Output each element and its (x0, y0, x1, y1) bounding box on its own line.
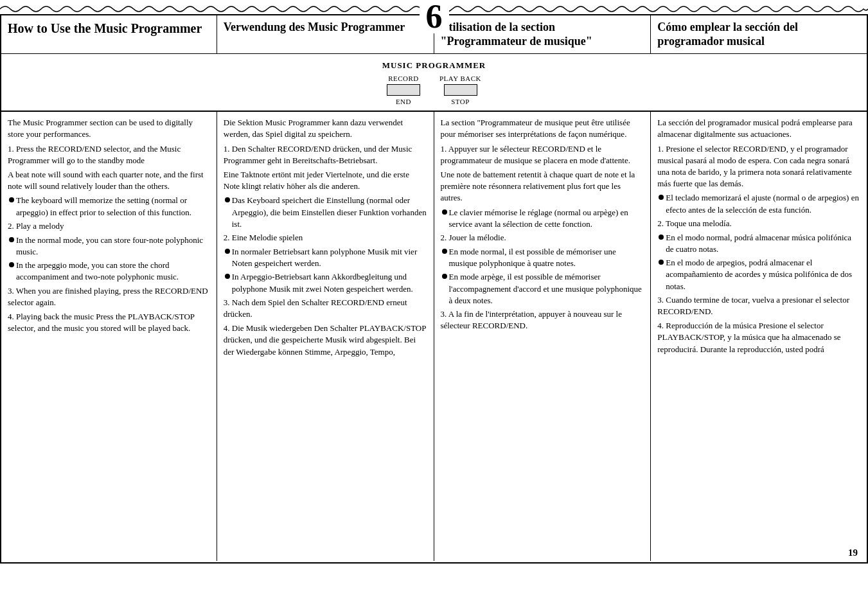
col1-bullet3-text: In the arpeggio mode, you can store the … (16, 260, 210, 283)
diagram-section: MUSIC PROGRAMMER RECORD END PLAY BACK ST… (0, 54, 868, 111)
col2-step2-title: 2. Eine Melodie spielen (224, 232, 427, 244)
col3-bullet1: Le clavier mémorise le réglage (normal o… (441, 207, 644, 230)
page-number: 19 (848, 547, 858, 558)
col4-bullet1-text: El teclado memorizará el ajuste (normal … (666, 192, 860, 215)
col2-bullet2-text: In normaler Betriebsart kann polyphone M… (232, 246, 427, 269)
playback-label-bottom: STOP (451, 98, 470, 105)
col3-bullet3-text: En mode arpège, il est possible de mémor… (449, 271, 644, 306)
col1-intro: The Music Programmer section can be used… (8, 117, 210, 140)
col3-heading: Utilisation de la section "Programmateur… (441, 21, 644, 48)
col1-bullet2: In the normal mode, you can store four-n… (8, 235, 210, 258)
col4-step4-title: 4. Reproducción de la música Presione el… (657, 320, 860, 355)
record-button[interactable] (387, 84, 420, 96)
chapter-number: 6 (420, 0, 449, 33)
diagram-title: MUSIC PROGRAMMER (1, 60, 867, 71)
top-decoration: 6 (0, 0, 868, 14)
col2-bullet3-text: In Arpeggio-Betriebsart kann Akkordbegle… (232, 271, 427, 294)
col3-bullet3: En mode arpège, il est possible de mémor… (441, 271, 644, 306)
col4-step3-title: 3. Cuando termine de tocar, vuelva a pre… (657, 294, 860, 317)
page-container: 6 How to Use the Music Programmer Verwen… (0, 0, 868, 564)
header-col-3: Utilisation de la section "Programmateur… (434, 15, 651, 53)
col1-step1-detail: A beat note will sound with each quarter… (8, 169, 210, 192)
col4-heading: Cómo emplear la sección del programador … (657, 21, 860, 48)
playback-control: PLAY BACK STOP (439, 75, 481, 105)
content-col-4: La sección del programador musical podrá… (651, 112, 868, 561)
col2-bullet1: Das Keyboard speichert die Einstellung (… (224, 195, 427, 230)
col1-step2-title: 2. Play a melody (8, 220, 210, 232)
bullet-icon-3 (9, 262, 14, 267)
col4-step1-title: 1. Presione el selector RECORD/END, y el… (657, 143, 860, 190)
bullet-icon-2 (9, 237, 14, 242)
playback-label-top: PLAY BACK (439, 75, 481, 82)
col1-step4-title: 4. Playing back the music Press the PLAY… (8, 311, 210, 334)
col3-bullet2-text: En mode normal, il est possible de mémor… (449, 246, 644, 269)
header-col-4: Cómo emplear la sección del programador … (651, 15, 868, 53)
col1-bullet1: The keyboard will memorize the setting (… (8, 195, 210, 218)
bullet-icon-6 (225, 274, 230, 279)
bullet-icon-7 (442, 209, 447, 215)
col2-step3-title: 3. Nach dem Spiel den Schalter RECORD/EN… (224, 297, 427, 320)
col4-intro: La sección del programador musical podrá… (657, 117, 860, 140)
col1-bullet1-text: The keyboard will memorize the setting (… (16, 195, 210, 218)
col4-step2-title: 2. Toque una melodía. (657, 218, 860, 229)
col4-bullet2: En el modo normal, podrá almacenar músic… (657, 232, 860, 255)
col2-heading: Verwendung des Music Programmer (224, 21, 427, 35)
col2-step1-title: 1. Den Schalter RECORD/END drücken, und … (224, 143, 427, 166)
header-col-1: How to Use the Music Programmer (0, 15, 217, 53)
content-col-3: La section "Programmateur de musique peu… (434, 112, 651, 561)
col3-step1-title: 1. Appuyer sur le sélecteur RECORD/END e… (441, 143, 644, 166)
bullet-icon-1 (9, 197, 14, 202)
bullet-icon-12 (659, 260, 664, 265)
bullet-icon-9 (442, 274, 447, 279)
col2-bullet2: In normaler Betriebsart kann polyphone M… (224, 246, 427, 269)
col3-step3-title: 3. A la fin de l'interprétation, appuyer… (441, 308, 644, 332)
col1-step3-title: 3. When you are finished playing, press … (8, 285, 210, 308)
bottom-border (0, 561, 868, 564)
col3-intro: La section "Programmateur de musique peu… (441, 117, 644, 140)
col1-bullet3: In the arpeggio mode, you can store the … (8, 260, 210, 283)
diagram-controls: RECORD END PLAY BACK STOP (1, 75, 867, 105)
col2-step1-detail: Eine Taktnote ertönt mit jeder Viertelno… (224, 169, 427, 192)
header-col-2: Verwendung des Music Programmer (217, 15, 434, 53)
bullet-icon-8 (442, 249, 447, 254)
col3-bullet1-text: Le clavier mémorise le réglage (normal o… (449, 207, 644, 230)
col4-bullet3: En el modo de arpegios, podrá almacenar … (657, 257, 860, 292)
col2-bullet1-text: Das Keyboard speichert die Einstellung (… (232, 195, 427, 230)
bullet-icon-4 (225, 197, 230, 202)
col2-intro: Die Sektion Music Programmer kann dazu v… (224, 117, 427, 140)
col4-bullet3-text: En el modo de arpegios, podrá almacenar … (666, 257, 860, 292)
bullet-icon-10 (659, 195, 664, 200)
col4-bullet1: El teclado memorizará el ajuste (normal … (657, 192, 860, 215)
col3-step1-detail: Une note de battement retentit à chaque … (441, 169, 644, 204)
playback-button[interactable] (444, 84, 477, 96)
col1-step1-title: 1. Press the RECORD/END selector, and th… (8, 143, 210, 166)
col3-bullet2: En mode normal, il est possible de mémor… (441, 246, 644, 269)
col1-heading: How to Use the Music Programmer (8, 21, 210, 36)
content-row: The Music Programmer section can be used… (0, 111, 868, 561)
record-label-bottom: END (396, 98, 411, 105)
col2-bullet3: In Arpeggio-Betriebsart kann Akkordbegle… (224, 271, 427, 294)
record-label-top: RECORD (388, 75, 419, 82)
content-col-2: Die Sektion Music Programmer kann dazu v… (217, 112, 434, 561)
record-control: RECORD END (387, 75, 420, 105)
col3-step2-title: 2. Jouer la mélodie. (441, 232, 644, 244)
bullet-icon-5 (225, 249, 230, 254)
bullet-icon-11 (659, 235, 664, 240)
col1-bullet2-text: In the normal mode, you can store four-n… (16, 235, 210, 258)
content-col-1: The Music Programmer section can be used… (0, 112, 217, 561)
col2-step4-title: 4. Die Musik wiedergeben Den Schalter PL… (224, 323, 427, 358)
col4-bullet2-text: En el modo normal, podrá almacenar músic… (666, 232, 860, 255)
